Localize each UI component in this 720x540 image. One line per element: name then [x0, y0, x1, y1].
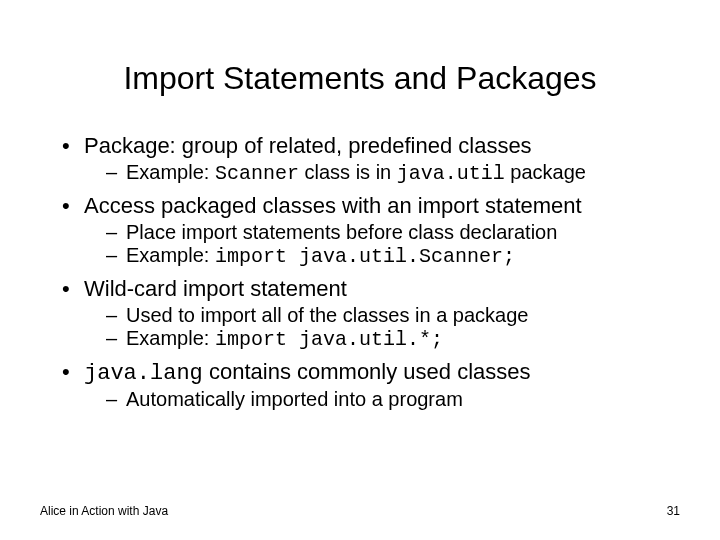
sub-list: Used to import all of the classes in a p…	[84, 304, 680, 351]
code-text: java.lang	[84, 361, 203, 386]
list-item: Used to import all of the classes in a p…	[106, 304, 680, 327]
bullet-list: Package: group of related, predefined cl…	[40, 133, 680, 411]
sub-text: Example:	[126, 244, 215, 266]
sub-list: Example: Scanner class is in java.util p…	[84, 161, 680, 185]
code-text: import java.util.*;	[215, 328, 443, 351]
code-text: import java.util.Scanner;	[215, 245, 515, 268]
sub-text: Automatically imported into a program	[126, 388, 463, 410]
page-number: 31	[667, 504, 680, 518]
sub-text: Used to import all of the classes in a p…	[126, 304, 528, 326]
sub-list: Automatically imported into a program	[84, 388, 680, 411]
list-item: Wild-card import statement Used to impor…	[62, 276, 680, 351]
footer-source: Alice in Action with Java	[40, 504, 168, 518]
bullet-text: contains commonly used classes	[203, 359, 531, 384]
sub-text: Example:	[126, 327, 215, 349]
list-item: Automatically imported into a program	[106, 388, 680, 411]
list-item: Example: import java.util.Scanner;	[106, 244, 680, 268]
slide-title: Import Statements and Packages	[40, 60, 680, 97]
list-item: Place import statements before class dec…	[106, 221, 680, 244]
bullet-text: Package: group of related, predefined cl…	[84, 133, 532, 158]
sub-list: Place import statements before class dec…	[84, 221, 680, 268]
bullet-text: Wild-card import statement	[84, 276, 347, 301]
list-item: Example: Scanner class is in java.util p…	[106, 161, 680, 185]
code-text: Scanner	[215, 162, 299, 185]
sub-text: Place import statements before class dec…	[126, 221, 557, 243]
sub-text: class is in	[299, 161, 397, 183]
code-text: java.util	[397, 162, 505, 185]
list-item: Access packaged classes with an import s…	[62, 193, 680, 268]
list-item: java.lang contains commonly used classes…	[62, 359, 680, 411]
bullet-text: Access packaged classes with an import s…	[84, 193, 582, 218]
sub-text: package	[505, 161, 586, 183]
sub-text: Example:	[126, 161, 215, 183]
list-item: Example: import java.util.*;	[106, 327, 680, 351]
list-item: Package: group of related, predefined cl…	[62, 133, 680, 185]
